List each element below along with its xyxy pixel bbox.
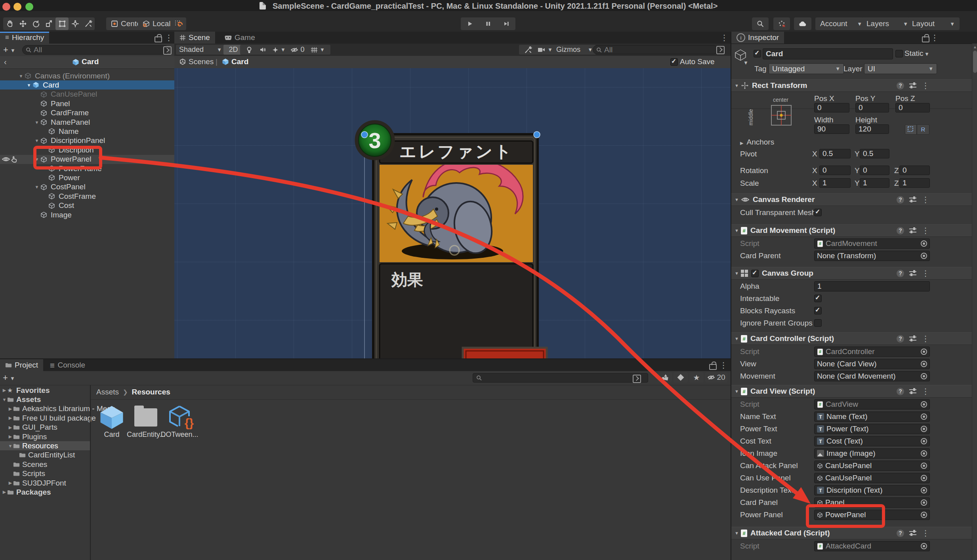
help-icon[interactable]: ?	[897, 227, 904, 234]
foldout-arrow-icon[interactable]: ▶	[2, 388, 7, 393]
component-menu-icon[interactable]: ⋮	[922, 335, 929, 343]
project-item-resources[interactable]: ▼Resources	[0, 441, 90, 450]
create-dropdown-icon[interactable]: ▼	[10, 48, 15, 53]
object-field-movement[interactable]: None (Card Movement)	[814, 371, 930, 381]
object-picker-icon[interactable]	[921, 487, 927, 493]
hierarchy-item-panel[interactable]: Panel	[0, 99, 174, 108]
foldout-arrow-icon[interactable]: ▼	[735, 531, 741, 535]
foldout-arrow-icon[interactable]: ▼	[735, 336, 741, 341]
gameobject-active-checkbox[interactable]	[754, 50, 761, 57]
auto-save-checkbox[interactable]	[670, 58, 678, 66]
gizmos-dropdown[interactable]: Gizmos▼	[553, 45, 596, 55]
foldout-arrow-icon[interactable]: ▶	[8, 415, 13, 421]
checkbox-interactable[interactable]	[814, 295, 822, 302]
presets-icon[interactable]	[909, 197, 916, 202]
tab-scene[interactable]: Scene	[174, 32, 215, 44]
tab-project[interactable]: Project	[0, 359, 43, 371]
object-field-name-text[interactable]: TName (Text)	[814, 411, 930, 422]
hierarchy-item-name[interactable]: Name	[0, 127, 174, 136]
gameobject-icon-caret[interactable]: ▼	[743, 60, 748, 65]
static-checkbox[interactable]	[895, 50, 903, 57]
project-lock-icon[interactable]	[709, 364, 717, 370]
project-item-gui-parts[interactable]: ▶GUI_Parts	[0, 423, 90, 432]
scene-grid-dropdown[interactable]: ▼	[305, 45, 330, 55]
foldout-arrow-icon[interactable]: ▶	[8, 406, 13, 411]
foldout-arrow-icon[interactable]: ▼	[8, 444, 13, 448]
foldout-arrow-icon[interactable]: ▶	[8, 480, 13, 486]
field-rotation-y[interactable]: 0	[860, 166, 889, 175]
project-item-favorites[interactable]: ▶★Favorites	[0, 386, 90, 395]
object-picker-icon[interactable]	[921, 426, 927, 432]
blueprint-mode-button[interactable]	[905, 124, 917, 135]
help-icon[interactable]: ?	[897, 196, 904, 204]
static-dropdown-icon[interactable]: ▼	[924, 51, 929, 57]
field-rotation-z[interactable]: 0	[899, 166, 930, 175]
object-picker-icon[interactable]	[921, 361, 927, 367]
object-field-view[interactable]: None (Card View)	[814, 359, 930, 369]
hierarchy-item-canvas-environment-[interactable]: ▼Canvas (Environment)	[0, 71, 174, 80]
project-item-cardentitylist[interactable]: CardEntityList	[0, 451, 90, 460]
breadcrumb-card[interactable]: Card	[231, 57, 248, 66]
component-header-card-movement-script-[interactable]: ▼#Card Movement (Script)?⋮	[731, 224, 972, 237]
lock-icon[interactable]	[155, 36, 162, 42]
object-picker-icon[interactable]	[921, 438, 927, 444]
maximize-window-button[interactable]	[25, 3, 33, 11]
step-button[interactable]	[497, 17, 515, 30]
grid-snapping-button[interactable]	[171, 17, 186, 30]
object-field-script[interactable]: #CardMovement	[814, 238, 930, 249]
hierarchy-item-discription[interactable]: Discription	[0, 145, 174, 154]
foldout-arrow-icon[interactable]: ▼	[735, 197, 741, 202]
hierarchy-item-card[interactable]: ▼Card	[0, 80, 174, 90]
scrollbar-up-icon[interactable]: ▲	[973, 45, 977, 49]
project-item-assets[interactable]: ▼Assets	[0, 395, 90, 404]
project-hidden-count-button[interactable]: 20	[705, 372, 727, 383]
raw-edit-mode-button[interactable]: R	[917, 124, 929, 135]
hierarchy-item-costframe[interactable]: CostFrame	[0, 192, 174, 201]
object-picker-icon[interactable]	[921, 475, 927, 481]
foldout-arrow-icon[interactable]: ▼	[2, 397, 7, 402]
field-rotation-x[interactable]: 0	[819, 166, 851, 175]
object-field-icon-image[interactable]: Image (Image)	[814, 448, 930, 459]
component-menu-icon[interactable]: ⋮	[922, 269, 929, 277]
foldout-arrow-icon[interactable]: ▼	[33, 120, 40, 125]
shading-mode-dropdown[interactable]: Shaded▼	[176, 45, 225, 55]
layers-dropdown[interactable]: Layers▼	[862, 17, 913, 30]
component-menu-icon[interactable]: ⋮	[922, 82, 929, 90]
component-menu-icon[interactable]: ⋮	[922, 387, 929, 395]
asset-item-dotween-[interactable]: {}DOTween...	[160, 405, 198, 439]
hierarchy-item-discriptionpanel[interactable]: ▼DiscriptionPanel	[0, 136, 174, 145]
project-item-aekashics-librarium-mega[interactable]: ▶Aekashics Librarium - Mega	[0, 404, 90, 413]
visibility-eye-icon[interactable]	[2, 156, 10, 162]
scene-search-expand-icon[interactable]	[716, 46, 725, 54]
foldout-arrow-icon[interactable]: ▼	[735, 228, 741, 233]
foldout-arrow-icon[interactable]: ▼	[735, 83, 741, 88]
project-item-scripts[interactable]: Scripts	[0, 469, 90, 478]
help-icon[interactable]: ?	[897, 530, 904, 537]
presets-icon[interactable]	[909, 389, 916, 394]
presets-icon[interactable]	[909, 336, 916, 341]
hierarchy-item-canusepanel[interactable]: CanUsePanel	[0, 90, 174, 99]
hierarchy-item-image[interactable]: Image	[0, 210, 174, 219]
gameobject-cube-icon[interactable]	[735, 49, 746, 61]
object-picker-icon[interactable]	[921, 499, 927, 506]
field-scale-z[interactable]: 1	[899, 178, 930, 188]
filter-by-type-button[interactable]	[658, 372, 672, 383]
anchors-foldout[interactable]: ▶Anchors	[740, 138, 774, 147]
hierarchy-item-namepanel[interactable]: ▼NamePanel	[0, 118, 174, 127]
object-field-description-text[interactable]: TDiscription (Text)	[814, 485, 930, 495]
prefab-back-button[interactable]: ‹	[4, 57, 7, 67]
presets-icon[interactable]	[909, 83, 916, 88]
component-menu-icon[interactable]: ⋮	[922, 227, 929, 234]
help-icon[interactable]: ?	[897, 335, 904, 343]
foldout-arrow-icon[interactable]: ▶	[8, 434, 13, 439]
component-enabled-checkbox[interactable]	[751, 270, 759, 277]
hierarchy-item-cardframe[interactable]: CardFrame	[0, 109, 174, 118]
scrollbar-thumb[interactable]	[973, 51, 977, 73]
component-menu-icon[interactable]: ⋮	[922, 529, 929, 537]
object-field-script[interactable]: #AttackedCard	[814, 541, 930, 551]
component-header-canvas-group[interactable]: ▼Canvas Group?⋮	[731, 267, 972, 280]
field-pivot-y[interactable]: 0.5	[860, 149, 889, 158]
breadcrumb-assets[interactable]: Assets	[96, 388, 119, 396]
object-field-can-use-panel[interactable]: CanUsePanel	[814, 473, 930, 483]
hierarchy-item-powerpanel[interactable]: ▼PowerPanel	[0, 155, 174, 164]
